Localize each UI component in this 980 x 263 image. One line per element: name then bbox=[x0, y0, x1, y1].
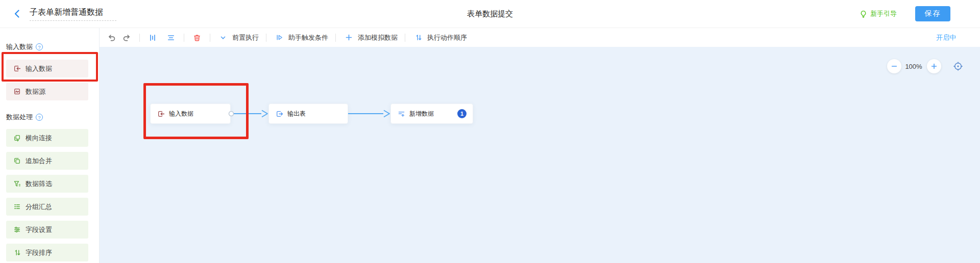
assistant-trigger-label: 助手触发条件 bbox=[288, 33, 328, 42]
output-table-icon bbox=[276, 110, 283, 118]
app-body: 输入数据 ? 输入数据 数据源 数据处理 ? bbox=[0, 28, 980, 263]
header-left: 子表单新增普通数据 bbox=[12, 7, 116, 21]
connector-layer bbox=[100, 47, 980, 263]
toolbar-divider bbox=[210, 34, 210, 42]
sidebar-item-horizontal-join[interactable]: 横向连接 bbox=[6, 129, 88, 147]
toolbar-divider bbox=[184, 34, 184, 42]
redo-icon[interactable] bbox=[121, 32, 132, 43]
horizontal-join-icon bbox=[13, 134, 21, 142]
sidebar-item-field-settings[interactable]: 字段设置 bbox=[6, 221, 88, 239]
locate-center-icon[interactable] bbox=[953, 61, 963, 71]
flow-node-input-data[interactable]: 输入数据 bbox=[150, 103, 231, 124]
flow-node-output-table[interactable]: 输出表 bbox=[268, 103, 348, 124]
back-icon[interactable] bbox=[12, 9, 22, 19]
add-mock-data-button[interactable]: 添加模拟数据 bbox=[343, 32, 398, 43]
sidebar-item-datasource[interactable]: 数据源 bbox=[6, 83, 88, 100]
save-button[interactable]: 保存 bbox=[915, 6, 950, 21]
main-column: 前置执行 助手触发条件 添加模拟数据 bbox=[100, 28, 980, 263]
section-title-label: 数据处理 bbox=[6, 113, 33, 122]
import-icon bbox=[157, 110, 165, 118]
toolbar-divider bbox=[405, 34, 405, 42]
toolbar-divider bbox=[266, 34, 266, 42]
arrowhead-icon bbox=[262, 111, 267, 117]
align-horizontal-icon[interactable] bbox=[165, 32, 177, 43]
exec-order-button[interactable]: 执行动作顺序 bbox=[412, 32, 467, 43]
datasource-icon bbox=[13, 88, 21, 95]
chevron-down-icon bbox=[217, 32, 229, 43]
exec-order-label: 执行动作顺序 bbox=[427, 33, 467, 42]
node-label: 输入数据 bbox=[169, 110, 193, 118]
section-title-label: 输入数据 bbox=[6, 42, 33, 51]
sidebar-item-label: 字段设置 bbox=[26, 225, 52, 234]
plus-icon bbox=[343, 32, 354, 43]
flow-node-add-data[interactable]: 新增数据 1 bbox=[390, 103, 473, 124]
sidebar-item-data-filter[interactable]: 数据筛选 bbox=[6, 175, 88, 193]
node-count-badge: 1 bbox=[457, 109, 467, 118]
sort-order-icon bbox=[412, 32, 424, 43]
toolbar-divider bbox=[139, 34, 140, 42]
sidebar-item-group-summary[interactable]: 分组汇总 bbox=[6, 198, 88, 216]
document-title[interactable]: 子表单新增普通数据 bbox=[30, 7, 116, 21]
pre-exec-label: 前置执行 bbox=[232, 33, 259, 42]
lightbulb-icon bbox=[860, 10, 867, 18]
undo-icon[interactable] bbox=[106, 32, 117, 43]
node-palette-sidebar: 输入数据 ? 输入数据 数据源 数据处理 ? bbox=[0, 28, 100, 263]
sidebar-item-label: 数据源 bbox=[26, 87, 45, 96]
assistant-trigger-button[interactable]: 助手触发条件 bbox=[274, 32, 328, 43]
zoom-level-label: 100% bbox=[901, 63, 926, 70]
sidebar-item-label: 输入数据 bbox=[26, 64, 52, 73]
arrowhead-icon bbox=[384, 111, 389, 117]
sidebar-item-append-merge[interactable]: 追加合并 bbox=[6, 152, 88, 170]
align-vertical-icon[interactable] bbox=[147, 32, 158, 43]
zoom-out-button[interactable] bbox=[887, 59, 901, 73]
toolbar-divider bbox=[335, 34, 336, 42]
app-root: 子表单新增普通数据 表单数据提交 新手引导 保存 输入数据 ? bbox=[0, 0, 980, 263]
beginner-guide-label: 新手引导 bbox=[870, 9, 897, 18]
import-icon bbox=[13, 65, 21, 72]
sidebar-item-label: 数据筛选 bbox=[26, 179, 52, 189]
add-data-icon bbox=[398, 110, 405, 118]
delete-icon[interactable] bbox=[191, 32, 203, 43]
pre-exec-button[interactable]: 前置执行 bbox=[217, 32, 259, 43]
flow-canvas[interactable]: 输入数据 输出表 新增数据 1 bbox=[100, 47, 980, 263]
status-badge[interactable]: 开启中 bbox=[936, 33, 956, 42]
help-icon[interactable]: ? bbox=[36, 114, 43, 121]
sidebar-item-field-sort[interactable]: 字段排序 bbox=[6, 244, 88, 261]
sidebar-item-label: 字段排序 bbox=[26, 248, 52, 257]
filter-icon bbox=[13, 180, 21, 188]
app-header: 子表单新增普通数据 表单数据提交 新手引导 保存 bbox=[0, 0, 980, 28]
group-summary-icon bbox=[13, 203, 21, 211]
beginner-guide-link[interactable]: 新手引导 bbox=[860, 9, 897, 18]
header-right: 新手引导 保存 bbox=[860, 6, 950, 21]
flow-toolbar: 前置执行 助手触发条件 添加模拟数据 bbox=[100, 28, 980, 47]
sidebar-item-label: 横向连接 bbox=[26, 134, 52, 143]
field-settings-icon bbox=[13, 226, 21, 233]
page-title: 表单数据提交 bbox=[0, 9, 980, 19]
node-label: 新增数据 bbox=[409, 110, 434, 118]
append-merge-icon bbox=[13, 157, 21, 165]
sidebar-item-label: 追加合并 bbox=[26, 156, 52, 166]
help-icon[interactable]: ? bbox=[36, 43, 43, 50]
field-sort-icon bbox=[13, 249, 21, 256]
section-title-data-processing: 数据处理 ? bbox=[0, 113, 99, 122]
sidebar-item-label: 分组汇总 bbox=[26, 202, 52, 212]
section-title-input-data: 输入数据 ? bbox=[0, 42, 99, 51]
sidebar-item-input-data[interactable]: 输入数据 bbox=[6, 60, 88, 77]
zoom-in-button[interactable] bbox=[927, 59, 941, 73]
node-label: 输出表 bbox=[287, 110, 306, 118]
add-mock-data-label: 添加模拟数据 bbox=[358, 33, 398, 42]
play-trigger-icon bbox=[274, 32, 285, 43]
